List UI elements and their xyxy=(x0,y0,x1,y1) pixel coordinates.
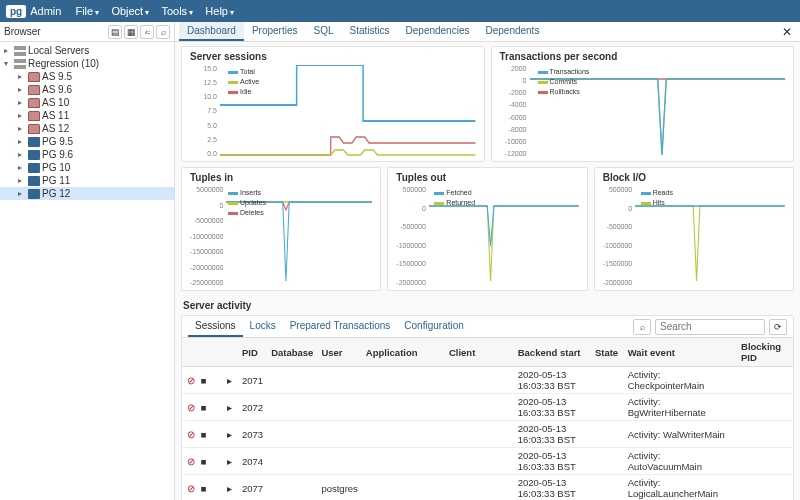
table-row[interactable]: ⊘ ■▸2077postgres2020-05-13 16:03:33 BSTA… xyxy=(182,475,793,501)
tree-server-item[interactable]: ▸AS 10 xyxy=(0,96,174,109)
table-row[interactable]: ⊘ ■▸20742020-05-13 16:03:33 BSTActivity:… xyxy=(182,448,793,475)
server-icon xyxy=(28,98,40,108)
tree-server-item[interactable]: ▸AS 12 xyxy=(0,122,174,135)
close-icon[interactable]: ✕ xyxy=(782,25,792,39)
card-title: Block I/O xyxy=(603,172,785,183)
refresh-icon[interactable]: ⟳ xyxy=(769,319,787,335)
tree-server-item[interactable]: ▸PG 9.5 xyxy=(0,135,174,148)
chart-yaxis: 5000000-500000-1000000-1500000-2000000 xyxy=(603,186,636,286)
expand-icon[interactable]: ▸ xyxy=(224,402,234,413)
menubar: pg Admin File Object Tools Help xyxy=(0,0,800,22)
tab-dependencies[interactable]: Dependencies xyxy=(398,22,478,41)
tree-server-item[interactable]: ▸PG 10 xyxy=(0,161,174,174)
chart-legend: Fetched Returned xyxy=(434,188,475,208)
stop-icon[interactable]: ⊘ xyxy=(186,402,196,413)
activity-tab-prepared[interactable]: Prepared Transactions xyxy=(283,316,398,337)
search-icon[interactable]: ⌕ xyxy=(633,319,651,335)
card-tuples-out: Tuples out 5000000-500000-1000000-150000… xyxy=(387,167,587,291)
chart-yaxis: 20000-2000-4000-6000-8000-10000-12000 xyxy=(500,65,530,157)
server-group-icon xyxy=(14,59,26,69)
stop-icon[interactable]: ⊘ xyxy=(186,456,196,467)
tab-dependents[interactable]: Dependents xyxy=(477,22,547,41)
expand-icon[interactable]: ▸ xyxy=(224,429,234,440)
server-icon xyxy=(28,111,40,121)
tree-server-item-selected[interactable]: ▸PG 12 xyxy=(0,187,174,200)
browser-panel: Browser ▤ ▦ ⟈ ⌕ ▸Local Servers ▾Regressi… xyxy=(0,22,175,500)
tree-regression[interactable]: ▾Regression (10) xyxy=(0,57,174,70)
chart-yaxis: 15.012.510.07.55.02.50.0 xyxy=(190,65,220,157)
server-icon xyxy=(28,150,40,160)
menu-file[interactable]: File xyxy=(75,5,99,17)
server-icon xyxy=(28,189,40,199)
card-tuples-in: Tuples in 50000000-5000000-10000000-1500… xyxy=(181,167,381,291)
stop-icon[interactable]: ⊘ xyxy=(186,429,196,440)
browser-tree[interactable]: ▸Local Servers ▾Regression (10) ▸AS 9.5 … xyxy=(0,42,174,202)
card-block-io: Block I/O 5000000-500000-1000000-1500000… xyxy=(594,167,794,291)
expand-icon[interactable]: ▸ xyxy=(224,456,234,467)
tree-server-item[interactable]: ▸AS 11 xyxy=(0,109,174,122)
tab-properties[interactable]: Properties xyxy=(244,22,306,41)
menu-tools[interactable]: Tools xyxy=(161,5,193,17)
terminate-icon[interactable]: ■ xyxy=(199,375,209,386)
chart-yaxis: 50000000-5000000-10000000-15000000-20000… xyxy=(190,186,226,286)
grid-icon[interactable]: ▦ xyxy=(124,25,138,39)
panel-icon[interactable]: ▤ xyxy=(108,25,122,39)
app-logo: pg xyxy=(6,5,26,18)
stop-icon[interactable]: ⊘ xyxy=(186,483,196,494)
server-icon xyxy=(28,163,40,173)
tab-sql[interactable]: SQL xyxy=(306,22,342,41)
terminate-icon[interactable]: ■ xyxy=(199,483,209,494)
chart-legend: Reads Hits xyxy=(641,188,673,208)
server-icon xyxy=(28,72,40,82)
server-icon xyxy=(28,176,40,186)
terminate-icon[interactable]: ■ xyxy=(199,402,209,413)
activity-table: PIDDatabaseUserApplicationClientBackend … xyxy=(182,338,793,500)
tab-statistics[interactable]: Statistics xyxy=(342,22,398,41)
card-title: Transactions per second xyxy=(500,51,786,62)
browser-title: Browser xyxy=(4,26,41,37)
tree-server-item[interactable]: ▸AS 9.5 xyxy=(0,70,174,83)
stop-icon[interactable]: ⊘ xyxy=(186,375,196,386)
server-group-icon xyxy=(14,46,26,56)
chart-legend: Transactions Commits Rollbacks xyxy=(538,67,590,97)
table-row[interactable]: ⊘ ■▸20722020-05-13 16:03:33 BSTActivity:… xyxy=(182,394,793,421)
server-activity-panel: Sessions Locks Prepared Transactions Con… xyxy=(181,315,794,500)
menu-object[interactable]: Object xyxy=(111,5,149,17)
chart-legend: Total Active Idle xyxy=(228,67,259,97)
card-tps: Transactions per second 20000-2000-4000-… xyxy=(491,46,795,162)
server-icon xyxy=(28,85,40,95)
tree-local-servers[interactable]: ▸Local Servers xyxy=(0,44,174,57)
server-icon xyxy=(28,137,40,147)
server-activity-title: Server activity xyxy=(181,296,794,315)
tree-server-item[interactable]: ▸PG 9.6 xyxy=(0,148,174,161)
table-row[interactable]: ⊘ ■▸20712020-05-13 16:03:33 BSTActivity:… xyxy=(182,367,793,394)
expand-icon[interactable]: ▸ xyxy=(224,483,234,494)
card-title: Server sessions xyxy=(190,51,476,62)
chart-legend: Inserts Updates Deletes xyxy=(228,188,266,218)
card-title: Tuples in xyxy=(190,172,372,183)
card-title: Tuples out xyxy=(396,172,578,183)
terminate-icon[interactable]: ■ xyxy=(199,429,209,440)
tree-server-item[interactable]: ▸AS 9.6 xyxy=(0,83,174,96)
activity-tab-sessions[interactable]: Sessions xyxy=(188,316,243,337)
search-icon[interactable]: ⌕ xyxy=(156,25,170,39)
tab-dashboard[interactable]: Dashboard xyxy=(179,22,244,41)
menu-help[interactable]: Help xyxy=(205,5,234,17)
activity-tab-config[interactable]: Configuration xyxy=(397,316,470,337)
card-server-sessions: Server sessions 15.012.510.07.55.02.50.0… xyxy=(181,46,485,162)
expand-icon[interactable]: ▸ xyxy=(224,375,234,386)
terminate-icon[interactable]: ■ xyxy=(199,456,209,467)
main-tabs: Dashboard Properties SQL Statistics Depe… xyxy=(175,22,800,42)
tag-icon[interactable]: ⟈ xyxy=(140,25,154,39)
tree-server-item[interactable]: ▸PG 11 xyxy=(0,174,174,187)
activity-search-input[interactable] xyxy=(655,319,765,335)
server-icon xyxy=(28,124,40,134)
activity-tab-locks[interactable]: Locks xyxy=(243,316,283,337)
chart-yaxis: 5000000-500000-1000000-1500000-2000000 xyxy=(396,186,429,286)
app-name: Admin xyxy=(30,5,61,17)
table-row[interactable]: ⊘ ■▸20732020-05-13 16:03:33 BSTActivity:… xyxy=(182,421,793,448)
